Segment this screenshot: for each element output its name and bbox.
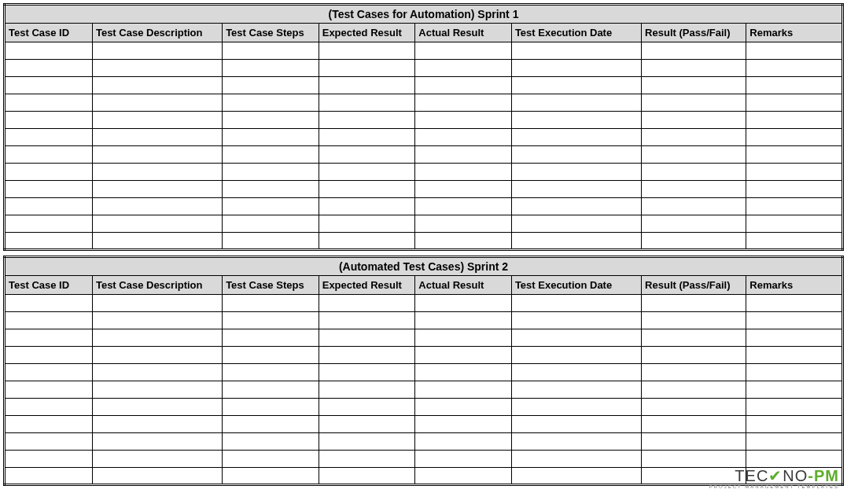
table-cell[interactable] <box>319 329 415 347</box>
table-cell[interactable] <box>5 416 93 433</box>
table-cell[interactable] <box>92 416 222 433</box>
table-cell[interactable] <box>223 312 319 329</box>
table-cell[interactable] <box>415 381 512 399</box>
table-cell[interactable] <box>5 329 93 347</box>
table-cell[interactable] <box>746 164 843 181</box>
table-cell[interactable] <box>746 381 843 399</box>
table-cell[interactable] <box>746 433 843 451</box>
table-cell[interactable] <box>642 94 746 112</box>
table-cell[interactable] <box>746 399 843 416</box>
table-cell[interactable] <box>319 112 415 129</box>
table-cell[interactable] <box>5 364 93 381</box>
table-cell[interactable] <box>92 60 222 77</box>
table-cell[interactable] <box>319 233 415 250</box>
table-cell[interactable] <box>642 364 746 381</box>
table-cell[interactable] <box>415 451 512 468</box>
table-cell[interactable] <box>746 364 843 381</box>
table-cell[interactable] <box>642 451 746 468</box>
table-cell[interactable] <box>746 146 843 164</box>
table-cell[interactable] <box>319 468 415 485</box>
table-cell[interactable] <box>5 233 93 250</box>
table-cell[interactable] <box>511 94 641 112</box>
table-cell[interactable] <box>415 233 512 250</box>
table-cell[interactable] <box>415 164 512 181</box>
table-cell[interactable] <box>415 60 512 77</box>
table-cell[interactable] <box>5 312 93 329</box>
table-cell[interactable] <box>223 42 319 60</box>
table-cell[interactable] <box>319 42 415 60</box>
table-cell[interactable] <box>511 112 641 129</box>
table-cell[interactable] <box>319 347 415 364</box>
table-cell[interactable] <box>415 399 512 416</box>
table-cell[interactable] <box>642 198 746 215</box>
table-cell[interactable] <box>223 399 319 416</box>
table-cell[interactable] <box>511 433 641 451</box>
table-cell[interactable] <box>642 416 746 433</box>
table-cell[interactable] <box>511 164 641 181</box>
table-cell[interactable] <box>511 181 641 198</box>
table-cell[interactable] <box>415 77 512 94</box>
table-cell[interactable] <box>319 129 415 146</box>
table-cell[interactable] <box>746 347 843 364</box>
table-cell[interactable] <box>511 215 641 233</box>
table-cell[interactable] <box>415 181 512 198</box>
table-cell[interactable] <box>642 233 746 250</box>
table-cell[interactable] <box>415 198 512 215</box>
table-cell[interactable] <box>5 295 93 312</box>
table-cell[interactable] <box>5 60 93 77</box>
table-cell[interactable] <box>92 112 222 129</box>
table-cell[interactable] <box>5 94 93 112</box>
table-cell[interactable] <box>92 347 222 364</box>
table-cell[interactable] <box>319 381 415 399</box>
table-cell[interactable] <box>746 451 843 468</box>
table-cell[interactable] <box>415 329 512 347</box>
table-cell[interactable] <box>511 451 641 468</box>
table-cell[interactable] <box>92 312 222 329</box>
table-cell[interactable] <box>415 364 512 381</box>
table-cell[interactable] <box>319 364 415 381</box>
table-cell[interactable] <box>92 468 222 485</box>
table-cell[interactable] <box>5 399 93 416</box>
table-cell[interactable] <box>319 399 415 416</box>
table-cell[interactable] <box>746 329 843 347</box>
table-cell[interactable] <box>5 181 93 198</box>
table-cell[interactable] <box>746 112 843 129</box>
table-cell[interactable] <box>746 416 843 433</box>
table-cell[interactable] <box>223 129 319 146</box>
table-cell[interactable] <box>92 198 222 215</box>
table-cell[interactable] <box>223 181 319 198</box>
table-cell[interactable] <box>642 60 746 77</box>
table-cell[interactable] <box>223 198 319 215</box>
table-cell[interactable] <box>319 433 415 451</box>
table-cell[interactable] <box>415 215 512 233</box>
table-cell[interactable] <box>642 112 746 129</box>
table-cell[interactable] <box>746 42 843 60</box>
table-cell[interactable] <box>511 329 641 347</box>
table-cell[interactable] <box>511 198 641 215</box>
table-cell[interactable] <box>746 312 843 329</box>
table-cell[interactable] <box>223 295 319 312</box>
table-cell[interactable] <box>746 77 843 94</box>
table-cell[interactable] <box>223 146 319 164</box>
table-cell[interactable] <box>319 312 415 329</box>
table-cell[interactable] <box>5 433 93 451</box>
table-cell[interactable] <box>223 468 319 485</box>
table-cell[interactable] <box>92 433 222 451</box>
table-cell[interactable] <box>415 112 512 129</box>
table-cell[interactable] <box>92 129 222 146</box>
table-cell[interactable] <box>746 129 843 146</box>
table-cell[interactable] <box>223 164 319 181</box>
table-cell[interactable] <box>415 94 512 112</box>
table-cell[interactable] <box>319 60 415 77</box>
table-cell[interactable] <box>415 295 512 312</box>
table-cell[interactable] <box>92 146 222 164</box>
table-cell[interactable] <box>746 181 843 198</box>
table-cell[interactable] <box>92 399 222 416</box>
table-cell[interactable] <box>642 42 746 60</box>
table-cell[interactable] <box>642 433 746 451</box>
table-cell[interactable] <box>746 198 843 215</box>
table-cell[interactable] <box>415 312 512 329</box>
table-cell[interactable] <box>223 451 319 468</box>
table-cell[interactable] <box>415 433 512 451</box>
table-cell[interactable] <box>5 146 93 164</box>
